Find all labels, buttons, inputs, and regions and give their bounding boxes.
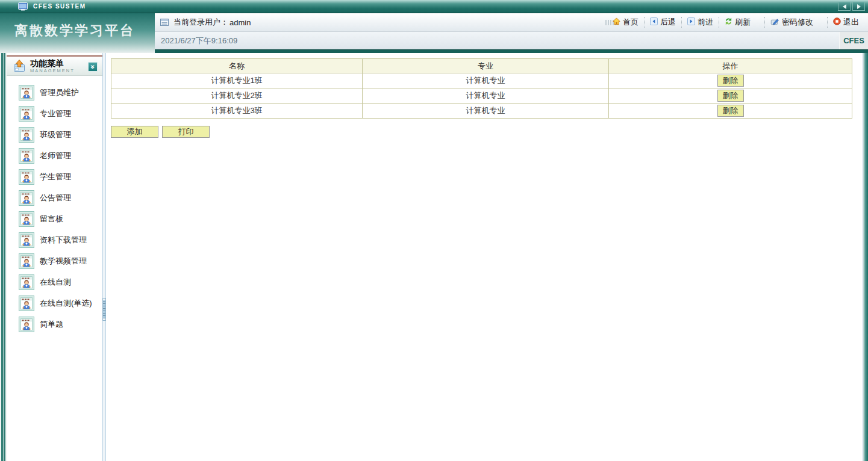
- sidebar-item-label: 在线自测: [40, 277, 71, 288]
- cell-major: 计算机专业: [363, 73, 609, 88]
- page-title: 离散数学学习平台: [0, 13, 155, 53]
- cell-major: 计算机专业: [363, 104, 609, 119]
- print-button[interactable]: 打印: [162, 126, 210, 138]
- user-window-icon: [19, 85, 34, 101]
- scroll-left-button[interactable]: [838, 2, 851, 11]
- sidebar-item-online-test-single[interactable]: 在线自测(单选): [7, 292, 102, 314]
- sidebar-item-class-management[interactable]: 班级管理: [7, 124, 102, 145]
- title-bar: CFES SUSTEM: [0, 0, 868, 13]
- nav-forward[interactable]: 前进: [681, 17, 719, 28]
- cell-class-name: 计算机专业2班: [111, 88, 363, 104]
- user-window-icon: [19, 190, 34, 206]
- nav-refresh-label: 刷新: [735, 17, 751, 28]
- datetime-text: 2021/6/27下午9:16:09: [161, 36, 237, 46]
- user-window-icon: [19, 211, 34, 227]
- user-window-icon: [19, 169, 34, 185]
- sidebar-item-student-management[interactable]: 学生管理: [7, 166, 102, 187]
- add-button[interactable]: 添加: [111, 126, 158, 138]
- cell-major: 计算机专业: [363, 88, 609, 104]
- body: 功能菜单 MANAGEMENT » 管理员维护 专业管理 班级管理: [0, 53, 868, 461]
- left-edge-decoration: [0, 53, 7, 461]
- column-header-action: 操作: [609, 59, 852, 73]
- header: 离散数学学习平台 当前登录用户： admin: [0, 13, 868, 53]
- class-table: 名称 专业 操作 计算机专业1班 计算机专业 删除 计算机专业2班: [111, 58, 852, 119]
- refresh-icon: [725, 17, 732, 27]
- password-edit-icon: [770, 17, 779, 27]
- arrow-right-icon: [857, 4, 861, 9]
- home-icon: [613, 17, 620, 27]
- main-content: 名称 专业 操作 计算机专业1班 计算机专业 删除 计算机专业2班: [107, 53, 863, 461]
- sidebar-item-major-management[interactable]: 专业管理: [7, 103, 102, 124]
- back-icon: [650, 17, 658, 27]
- cell-class-name: 计算机专业1班: [111, 73, 363, 88]
- sidebar-item-label: 学生管理: [40, 172, 71, 182]
- arrow-left-icon: [843, 4, 846, 9]
- sidebar-item-simple-question[interactable]: 简单题: [7, 314, 102, 335]
- delete-button[interactable]: 删除: [717, 90, 744, 102]
- splitter-handle[interactable]: [102, 298, 106, 321]
- sidebar-item-label: 留言板: [40, 214, 63, 224]
- datetime-bar: 2021/6/27下午9:16:09 CFES: [155, 32, 868, 49]
- sidebar-item-label: 教学视频管理: [40, 256, 87, 267]
- sidebar-item-online-test[interactable]: 在线自测: [7, 271, 102, 292]
- user-window-icon: [19, 232, 34, 248]
- sidebar-collapse-button[interactable]: »: [88, 62, 98, 72]
- sidebar-item-label: 公告管理: [40, 193, 71, 203]
- nav-password-edit[interactable]: 密码修改: [764, 17, 819, 28]
- user-window-icon: [19, 295, 34, 311]
- column-header-name: 名称: [111, 59, 363, 73]
- user-window-icon: [19, 148, 34, 164]
- sidebar-header: 功能菜单 MANAGEMENT »: [7, 55, 102, 76]
- cell-class-name: 计算机专业3班: [111, 104, 363, 119]
- user-window-icon: [19, 127, 34, 143]
- sidebar: 功能菜单 MANAGEMENT » 管理员维护 专业管理 班级管理: [7, 53, 102, 461]
- sidebar-item-announcement-management[interactable]: 公告管理: [7, 187, 102, 208]
- user-window-icon: [19, 106, 34, 122]
- sidebar-item-message-board[interactable]: 留言板: [7, 208, 102, 229]
- table-row: 计算机专业1班 计算机专业 删除: [111, 73, 852, 88]
- delete-button[interactable]: 删除: [717, 105, 744, 117]
- chevron-down-icon: »: [89, 65, 96, 69]
- sidebar-item-label: 班级管理: [40, 129, 71, 140]
- right-edge-decoration: [863, 53, 868, 461]
- brand-label: CFES: [839, 32, 868, 49]
- delete-button[interactable]: 删除: [717, 75, 744, 87]
- table-actions: 添加 打印: [111, 126, 863, 138]
- sidebar-splitter[interactable]: [102, 53, 106, 461]
- user-bar: 当前登录用户： admin 首页: [155, 13, 868, 32]
- sidebar-item-label: 在线自测(单选): [40, 298, 92, 309]
- cell-action: 删除: [609, 73, 852, 88]
- nav-back-label: 后退: [660, 17, 676, 28]
- scroll-right-button[interactable]: [852, 2, 865, 11]
- user-window-icon: [19, 253, 34, 269]
- sidebar-item-teacher-management[interactable]: 老师管理: [7, 145, 102, 166]
- sidebar-item-label: 资料下载管理: [40, 235, 87, 246]
- current-user-name: admin: [229, 18, 251, 27]
- sidebar-subtitle: MANAGEMENT: [30, 69, 75, 73]
- sidebar-item-video-management[interactable]: 教学视频管理: [7, 250, 102, 271]
- nav-home-label: 首页: [623, 17, 639, 28]
- column-header-major: 专业: [363, 59, 609, 73]
- cell-action: 删除: [609, 88, 852, 104]
- sidebar-menu: 管理员维护 专业管理 班级管理 老师管理 学生管理: [7, 76, 102, 335]
- table-header-row: 名称 专业 操作: [111, 59, 852, 73]
- sidebar-item-admin-maintenance[interactable]: 管理员维护: [7, 82, 102, 103]
- sidebar-item-label: 老师管理: [40, 150, 71, 161]
- sidebar-title: 功能菜单: [30, 59, 75, 67]
- monitor-icon: [18, 2, 28, 11]
- nav-back[interactable]: 后退: [644, 17, 681, 28]
- sidebar-item-label: 专业管理: [40, 108, 71, 119]
- table-row: 计算机专业3班 计算机专业 删除: [111, 104, 852, 119]
- nav-logout[interactable]: 退出: [827, 17, 864, 28]
- cell-action: 删除: [609, 104, 852, 119]
- table-row: 计算机专业2班 计算机专业 删除: [111, 88, 852, 104]
- forward-icon: [687, 17, 695, 27]
- nav-home[interactable]: 首页: [607, 17, 644, 28]
- window-title: CFES SUSTEM: [33, 3, 86, 10]
- sidebar-item-download-management[interactable]: 资料下载管理: [7, 229, 102, 250]
- nav-logout-label: 退出: [843, 17, 859, 28]
- logout-icon: [833, 17, 841, 27]
- nav-refresh[interactable]: 刷新: [719, 17, 756, 28]
- sidebar-item-label: 简单题: [40, 319, 63, 330]
- sidebar-item-label: 管理员维护: [40, 87, 79, 98]
